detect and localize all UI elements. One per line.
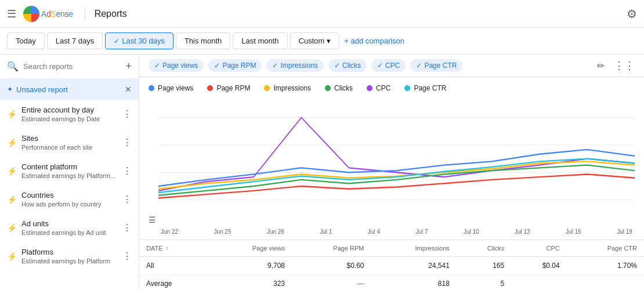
sidebar-item-subtitle: Estimated earnings by Platform... [21, 172, 122, 179]
cell-impressions: 818 [371, 275, 457, 291]
last-30-days-button[interactable]: ✓ Last 30 days [105, 32, 173, 49]
x-label: Jun 22 [161, 229, 178, 235]
sidebar-item-sites[interactable]: ⚡ Sites Performance of each site ⋮ [0, 128, 139, 157]
add-comparison-button[interactable]: + add comparison [344, 37, 404, 45]
x-label: Jul 10 [464, 229, 479, 235]
sidebar-item-subtitle: Performance of each site [21, 144, 122, 151]
filter-chip-cpc[interactable]: ✓ CPC [371, 59, 406, 72]
last-7-days-button[interactable]: Last 7 days [47, 32, 103, 49]
sidebar-item-content-platform[interactable]: ⚡ Content platform Estimated earnings by… [0, 157, 139, 185]
filter-chip-page-rpm[interactable]: ✓ Page RPM [208, 59, 262, 72]
item-menu-icon[interactable]: ⋮ [122, 165, 132, 176]
sites-icon: ⚡ [7, 138, 17, 147]
table-row: Average 323 — 818 5 [139, 275, 644, 291]
close-unsaved-icon[interactable]: ✕ [125, 85, 132, 94]
col-page-views[interactable]: Page views [209, 240, 292, 257]
more-options-icon[interactable]: ⋮⋮ [614, 59, 635, 72]
header: ☰ AdSense Reports ⚙ [0, 0, 644, 28]
sidebar-item-ad-units[interactable]: ⚡ Ad units Estimated earnings by Ad unit… [0, 213, 139, 242]
col-page-rpm[interactable]: Page RPM [292, 240, 371, 257]
check-icon: ✓ [114, 37, 120, 45]
filter-chip-impressions[interactable]: ✓ Impressions [266, 59, 324, 72]
legend-cpc: CPC [367, 84, 390, 92]
filter-bar: ✓ Page views ✓ Page RPM ✓ Impressions ✓ … [139, 55, 644, 77]
x-label: Jul 4 [368, 229, 380, 235]
filter-chip-clicks[interactable]: ✓ Clicks [328, 59, 367, 72]
sidebar-item-subtitle: How ads perform by country [21, 201, 122, 208]
chart-svg-container: Jun 22 Jun 25 Jun 28 Jul 1 Jul 4 Jul 7 J… [158, 99, 635, 235]
sidebar-item-entire-account[interactable]: ⚡ Entire account by day Estimated earnin… [0, 100, 139, 128]
col-page-ctr[interactable]: Page CTR [567, 240, 644, 257]
item-menu-icon[interactable]: ⋮ [122, 137, 132, 148]
legend-page-ctr: Page CTR [404, 84, 446, 92]
page-title: Reports [95, 9, 127, 19]
edit-filters-icon[interactable]: ✏ [597, 60, 605, 71]
menu-icon[interactable]: ☰ [7, 8, 16, 20]
main-layout: 🔍 + ✦ Unsaved report ✕ ⚡ Entire account … [0, 55, 644, 290]
legend-page-views: Page views [149, 84, 193, 92]
unsaved-report-title: Unsaved report [16, 85, 125, 94]
x-label: Jun 28 [267, 229, 284, 235]
dropdown-arrow-icon: ▾ [327, 37, 331, 45]
filter-chip-page-views[interactable]: ✓ Page views [149, 59, 204, 72]
item-menu-icon[interactable]: ⋮ [122, 222, 132, 233]
countries-icon: ⚡ [7, 195, 17, 204]
cell-page-views: 323 [209, 275, 292, 291]
unsaved-report-item[interactable]: ✦ Unsaved report ✕ [0, 79, 139, 100]
check-icon: ✓ [416, 61, 422, 70]
cell-page-ctr [567, 275, 644, 291]
x-label: Jul 7 [415, 229, 428, 235]
col-clicks[interactable]: Clicks [457, 240, 511, 257]
sidebar-item-countries[interactable]: ⚡ Countries How ads perform by country ⋮ [0, 185, 139, 213]
sidebar-item-content: Ad units Estimated earnings by Ad unit [21, 219, 122, 236]
sidebar-item-platforms[interactable]: ⚡ Platforms Estimated earnings by Platfo… [0, 242, 139, 270]
settings-icon[interactable]: ⚙ [627, 7, 637, 21]
cell-date: Average [139, 275, 209, 291]
filter-chip-page-ctr[interactable]: ✓ Page CTR [410, 59, 462, 72]
item-menu-icon[interactable]: ⋮ [122, 251, 132, 262]
x-axis-labels: Jun 22 Jun 25 Jun 28 Jul 1 Jul 4 Jul 7 J… [158, 229, 635, 235]
search-input[interactable] [23, 62, 125, 71]
unsaved-icon: ✦ [7, 85, 13, 93]
last-month-button[interactable]: Last month [233, 32, 287, 49]
report-table: DATE ↑ Page views Page RPM Impressions C… [139, 240, 644, 290]
x-label: Jul 1 [320, 229, 332, 235]
check-icon: ✓ [154, 61, 160, 70]
col-cpc[interactable]: CPC [511, 240, 567, 257]
cell-page-views: 9,708 [209, 257, 292, 275]
chart-legend: Page views Page RPM Impressions Clicks C… [149, 84, 635, 92]
chart-menu-icon[interactable]: ☰ [149, 215, 156, 224]
col-date[interactable]: DATE ↑ [139, 240, 209, 257]
data-table: DATE ↑ Page views Page RPM Impressions C… [139, 240, 644, 290]
cell-clicks: 165 [457, 257, 511, 275]
sidebar-item-content: Sites Performance of each site [21, 134, 122, 151]
today-button[interactable]: Today [7, 32, 45, 49]
item-menu-icon[interactable]: ⋮ [122, 108, 132, 119]
add-report-icon[interactable]: + [125, 60, 132, 72]
legend-dot [149, 85, 154, 91]
search-icon: 🔍 [7, 61, 19, 72]
chart-wrapper: ☰ [149, 99, 635, 235]
cell-cpc [511, 275, 567, 291]
cell-clicks: 5 [457, 275, 511, 291]
check-icon: ✓ [377, 61, 383, 70]
platforms-icon: ⚡ [7, 252, 17, 261]
line-chart [158, 99, 635, 227]
cell-page-rpm: $0.60 [292, 257, 371, 275]
sidebar-item-subtitle: Estimated earnings by Ad unit [21, 229, 122, 236]
sidebar: 🔍 + ✦ Unsaved report ✕ ⚡ Entire account … [0, 55, 139, 290]
sidebar-item-content: Content platform Estimated earnings by P… [21, 162, 122, 179]
cell-page-ctr: 1.70% [567, 257, 644, 275]
check-icon: ✓ [272, 61, 278, 70]
custom-button[interactable]: Custom ▾ [290, 32, 340, 49]
this-month-button[interactable]: This month [176, 32, 230, 49]
check-icon: ✓ [214, 61, 220, 70]
sidebar-item-subtitle: Estimated earnings by Platform [21, 258, 122, 264]
logo: AdSense [23, 6, 73, 22]
col-impressions[interactable]: Impressions [371, 240, 457, 257]
item-menu-icon[interactable]: ⋮ [122, 194, 132, 205]
legend-clicks: Clicks [325, 84, 353, 92]
table-header-row: DATE ↑ Page views Page RPM Impressions C… [139, 240, 644, 257]
legend-dot [367, 85, 372, 91]
ad-units-icon: ⚡ [7, 223, 17, 233]
